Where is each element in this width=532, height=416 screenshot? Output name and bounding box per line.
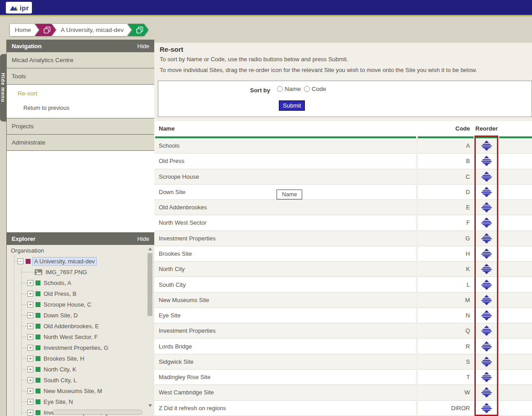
row-extra-cell <box>499 200 532 215</box>
table-row: Z Did it refresh on regions DIROR <box>154 401 532 416</box>
reorder-handle[interactable] <box>475 231 497 246</box>
updown-reorder-icon <box>481 387 492 398</box>
expand-icon[interactable]: + <box>27 345 33 351</box>
tree-site-label[interactable]: New Museums Site, M <box>42 387 103 395</box>
updown-reorder-icon <box>481 372 492 382</box>
tree-site-label[interactable]: Eye Site, N <box>42 398 74 406</box>
expand-icon[interactable]: + <box>27 302 33 307</box>
breadcrumb-current[interactable]: A University, micad-dev <box>52 24 131 36</box>
expand-icon[interactable]: + <box>27 377 33 383</box>
site-icon <box>36 389 40 393</box>
nav-item-return-to-previous[interactable]: Return to previous <box>23 105 69 111</box>
tree-site-label[interactable]: South City, L <box>42 376 78 384</box>
nav-tools-submenu: Re-sort Return to previous <box>7 85 154 118</box>
tree-node-selected: − A University, micad-dev <box>7 256 154 267</box>
expand-icon[interactable]: + <box>27 312 33 318</box>
tree-site-item: + Scroope House, C <box>7 299 154 310</box>
site-icon <box>36 302 40 307</box>
row-extra-cell <box>499 215 532 231</box>
tree-site-label[interactable]: Old Addenbrookes, E <box>42 322 100 330</box>
tree-site-label[interactable]: Old Press, B <box>42 290 78 298</box>
main-content: Re-sort To sort by Name or Code, use the… <box>154 40 532 416</box>
top-bar: ipr <box>0 0 532 15</box>
expand-icon[interactable]: + <box>27 334 33 340</box>
reorder-handle[interactable] <box>475 154 497 169</box>
scroll-down-arrow-icon[interactable] <box>148 404 152 407</box>
reorder-handle[interactable] <box>475 138 497 154</box>
tree-root-label[interactable]: Organisation <box>9 247 45 254</box>
tree-site-label[interactable]: Scroope House, C <box>42 301 93 308</box>
tree-site-label[interactable]: Schools, A <box>42 279 72 287</box>
expand-icon[interactable]: + <box>27 366 33 372</box>
row-code: W <box>418 385 474 400</box>
explorer-hide-button[interactable]: Hide <box>137 235 149 242</box>
tree-site-item: + North City, K <box>7 364 154 375</box>
updown-reorder-icon <box>481 326 492 336</box>
reorder-handle[interactable] <box>475 293 497 308</box>
row-code: M <box>418 293 474 308</box>
tree-file-label[interactable]: IMG_7697.PNG <box>44 268 89 276</box>
tree-site-label[interactable]: Brookes Site, H <box>42 355 85 362</box>
table-row: Investment Properties G <box>154 231 532 246</box>
reorder-handle[interactable] <box>475 323 497 339</box>
vertical-scrollbar-thumb[interactable] <box>148 253 152 316</box>
hide-menu-tab[interactable]: Hide menu <box>0 54 6 122</box>
reorder-handle[interactable] <box>475 401 497 416</box>
expand-icon[interactable]: + <box>27 356 33 362</box>
reorder-handle[interactable] <box>475 185 497 200</box>
reorder-handle[interactable] <box>475 308 497 323</box>
tree-site-item: + Investment Properties, G <box>7 342 154 353</box>
table-row: Old Press B <box>154 154 532 169</box>
reorder-handle[interactable] <box>475 339 497 354</box>
reorder-handle[interactable] <box>475 246 497 262</box>
tree-site-label[interactable]: North City, K <box>42 366 78 373</box>
reorder-handle[interactable] <box>475 200 497 215</box>
row-code: T <box>418 370 474 385</box>
table-row: Madingley Rise Site T <box>154 370 532 385</box>
explorer-title: Explorer <box>12 235 36 242</box>
tree-site-item: + Eye Site, N <box>7 396 154 407</box>
nav-item-micad-analytics-centre[interactable]: Micad Analytics Centre <box>7 52 154 68</box>
tree-site-label[interactable]: Down Site, D <box>42 312 79 319</box>
updown-reorder-icon <box>481 217 492 228</box>
reorder-handle[interactable] <box>475 385 497 400</box>
horizontal-scrollbar-thumb[interactable] <box>53 410 143 415</box>
nav-item-projects[interactable]: Projects <box>7 118 154 135</box>
expand-icon[interactable]: + <box>27 388 33 394</box>
row-name: Scroope House <box>154 169 416 185</box>
reorder-handle[interactable] <box>475 277 497 292</box>
radio-name-label[interactable]: Name <box>285 86 301 92</box>
tree-site-label[interactable]: Investment Properties, G <box>42 344 110 352</box>
scroll-up-arrow-icon[interactable] <box>148 248 152 250</box>
radio-code-label[interactable]: Code <box>312 86 326 92</box>
radio-code[interactable] <box>304 86 310 92</box>
expand-icon[interactable]: + <box>27 323 33 329</box>
row-code: S <box>418 354 474 370</box>
reorder-handle[interactable] <box>475 370 497 385</box>
row-extra-cell <box>499 339 532 354</box>
breadcrumb-home[interactable]: Home <box>10 24 39 36</box>
tree-site-item: + North West Sector, F <box>7 331 154 342</box>
expand-icon[interactable]: + <box>27 291 33 297</box>
reorder-handle[interactable] <box>475 262 497 277</box>
column-header-reorder: Reorder <box>475 121 498 136</box>
expand-icon[interactable]: + <box>27 280 33 286</box>
radio-name[interactable] <box>277 86 283 92</box>
expand-icon[interactable]: + <box>27 399 33 405</box>
table-row: Scroope House C <box>154 169 532 185</box>
nav-item-administrate[interactable]: Administrate <box>7 135 154 151</box>
nav-item-tools[interactable]: Tools <box>7 68 154 85</box>
instruction-sort: To sort by Name or Code, use the radio b… <box>160 56 348 63</box>
reorder-handle[interactable] <box>475 169 497 185</box>
row-name: South City <box>154 277 416 292</box>
app-logo[interactable]: ipr <box>6 2 32 14</box>
navigation-hide-button[interactable]: Hide <box>137 43 149 50</box>
nav-item-resort-active[interactable]: Re-sort <box>18 90 37 97</box>
tree-node-label[interactable]: A University, micad-dev <box>32 257 97 266</box>
tree-site-label[interactable]: North West Sector, F <box>42 333 99 341</box>
reorder-handle[interactable] <box>475 215 497 231</box>
row-code: B <box>418 154 474 169</box>
reorder-handle[interactable] <box>475 354 497 370</box>
tree-site-item: + Brookes Site, H <box>7 353 154 364</box>
submit-button[interactable]: Submit <box>279 100 305 111</box>
